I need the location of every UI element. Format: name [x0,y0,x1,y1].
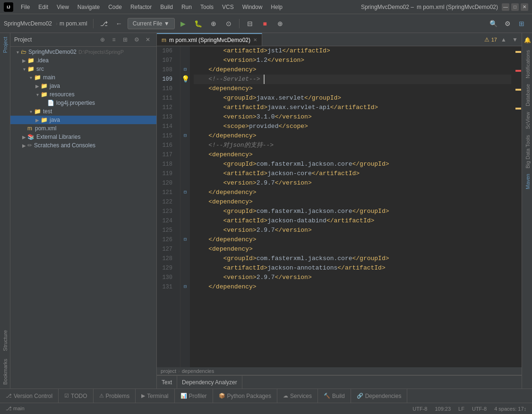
minimize-button[interactable]: — [502,3,509,11]
bottom-tab-profiler-label: Profiler [189,393,207,399]
tree-item-log4j[interactable]: ▶ 📄 log4j.properties [10,99,156,107]
tree-item-java-test[interactable]: ▶ 📁 java [10,116,156,124]
build-menu-button[interactable]: ⊟ [243,17,257,30]
tree-item-external-libraries[interactable]: ▶ 📚 External Libraries [10,133,156,141]
status-spaces[interactable]: 4 spaces: 17↕ [492,406,528,412]
tree-item-src[interactable]: ▾ 📁 src [10,65,156,73]
gutter-130 [180,273,190,282]
settings-button[interactable]: ⚙ [501,17,514,30]
bottom-tab-terminal[interactable]: ▶ Terminal [136,389,174,403]
warning-marker-3 [515,108,521,110]
tree-item-idea[interactable]: ▶ 📁 .idea [10,56,156,65]
title-bar: IJ File Edit View Navigate Code Refactor… [0,0,532,14]
far-right-tab-maven[interactable]: Maven [522,171,532,192]
expand-arrow: ▶ [21,143,27,148]
code-content[interactable]: <artifactId>jstl</artifactId> <version>1… [190,46,515,367]
status-line-separator[interactable]: LF [456,406,466,412]
gutter-115[interactable]: ⊟ [180,131,190,141]
menu-file[interactable]: File [17,3,34,11]
menu-code[interactable]: Code [104,3,126,11]
build-icon: 🔨 [324,393,330,399]
menu-view[interactable]: View [53,3,73,11]
expand-all-button[interactable]: ⊞ [120,35,130,44]
status-line-col[interactable]: 109:23 [433,406,453,412]
left-tab-structure[interactable]: Structure [1,326,9,355]
restore-button[interactable]: □ [511,3,519,11]
gutter-108[interactable]: ⊟ [180,65,190,75]
vcs-button[interactable]: ⎇ [97,17,111,30]
tree-item-scratches[interactable]: ▶ ✏ Scratches and Consoles [10,141,156,150]
scroll-down-button[interactable]: ▼ [510,35,520,44]
menu-window[interactable]: Window [239,3,266,11]
bottom-tab-problems[interactable]: ⚠ Problems [94,389,136,403]
gutter-131[interactable]: ⊟ [180,282,190,292]
add-to-project-button[interactable]: ⊕ [98,35,107,44]
gutter-129 [180,263,190,273]
profile-button[interactable]: ⊙ [222,17,235,30]
java-folder-icon: 📁 [41,83,48,89]
tree-item-springmvcdemo02[interactable]: ▾ 🗁 SpringMvcDemo02 D:\Projects\SpringP [10,48,156,56]
code-line-123: <groupId>com.fasterxml.jackson.core</gro… [194,207,511,216]
sub-tab-dependency-analyzer[interactable]: Dependency Analyzer [177,376,242,389]
tree-item-main[interactable]: ▾ 📁 main [10,73,156,82]
debug-button[interactable]: 🐛 [192,17,205,30]
stop-button[interactable]: ■ [258,17,272,30]
tree-item-test[interactable]: ▾ 📁 test [10,107,156,116]
status-vcs[interactable]: ⎇ main [4,406,26,412]
bottom-tab-build[interactable]: 🔨 Build [318,389,351,403]
back-button[interactable]: ← [112,17,126,30]
menu-refactor[interactable]: Refactor [127,3,155,11]
far-right-tab-big-data-tools[interactable]: Big Data Tools [522,132,532,171]
menu-build[interactable]: Build [156,3,177,11]
status-encoding[interactable]: UTF-8 [411,406,429,412]
sub-tab-text[interactable]: Text [157,376,177,389]
run-button[interactable]: ▶ [177,17,190,30]
folder-icon: 📁 [34,74,41,81]
far-right-tab-notifications[interactable]: Notifications [522,47,532,81]
scroll-up-button[interactable]: ▲ [499,35,508,44]
left-tab-bookmarks[interactable]: Bookmarks [1,355,9,389]
line-numbers: 106 107 108 109 110 111 112 113 114 115 … [157,46,180,367]
bottom-tab-python-packages[interactable]: 📦 Python Packages [213,389,277,403]
far-right-tab-database[interactable]: Database [522,81,532,109]
bottom-tab-profiler[interactable]: 📊 Profiler [175,389,213,403]
bottom-tab-version-control[interactable]: ⎇ Version Control [0,389,59,403]
status-indent[interactable]: UTF-8 [470,406,489,412]
more-button[interactable]: ⊕ [274,17,287,30]
plugins-button[interactable]: ⊞ [515,17,528,30]
project-tree: ▾ 🗁 SpringMvcDemo02 D:\Projects\SpringP … [10,47,156,389]
breadcrumb-dependencies[interactable]: dependencies [182,368,215,374]
expand-arrow: ▾ [34,92,41,97]
bottom-tab-dependencies[interactable]: 🔗 Dependencies [351,389,408,403]
close-sidebar-button[interactable]: ✕ [143,35,153,44]
close-button[interactable]: ✕ [521,3,528,11]
notifications-button[interactable]: 🔔 [522,33,532,47]
menu-navigate[interactable]: Navigate [74,3,103,11]
far-right-tab-scview[interactable]: ScView [522,109,532,132]
menu-edit[interactable]: Edit [34,3,52,11]
current-file-dropdown[interactable]: Current File ▼ [128,18,175,29]
coverage-button[interactable]: ⊕ [207,17,220,30]
code-line-122: <dependency> [194,197,511,207]
collapse-all-button[interactable]: ≡ [109,35,119,44]
title-project: SpringMvcDemo02 – [361,4,414,10]
breadcrumb-project[interactable]: project [161,368,176,374]
editor-tab-pomxml[interactable]: m m pom.xml (SpringMvcDemo02) ✕ [157,33,262,46]
left-tab-project[interactable]: Project [1,33,9,57]
tab-close-button[interactable]: ✕ [253,37,257,42]
search-everywhere-button[interactable]: 🔍 [487,17,500,30]
line-num-109: 109 [157,75,176,84]
menu-run[interactable]: Run [178,3,196,11]
tree-item-pomxml[interactable]: ▶ m pom.xml [10,124,156,133]
tree-item-resources[interactable]: ▾ 📁 resources [10,90,156,99]
bottom-tab-todo[interactable]: ☑ TODO [59,389,93,403]
tree-item-java-main[interactable]: ▶ 📁 java [10,82,156,90]
menu-help[interactable]: Help [267,3,286,11]
menu-tools[interactable]: Tools [197,3,217,11]
gutter-126[interactable]: ⊟ [180,235,190,245]
code-editor[interactable]: 106 107 108 109 110 111 112 113 114 115 … [157,46,522,367]
sidebar-settings-button[interactable]: ⚙ [132,35,141,44]
bottom-tab-services[interactable]: ☁ Services [277,389,318,403]
gutter-121[interactable]: ⊟ [180,188,190,197]
menu-vcs[interactable]: VCS [218,3,238,11]
